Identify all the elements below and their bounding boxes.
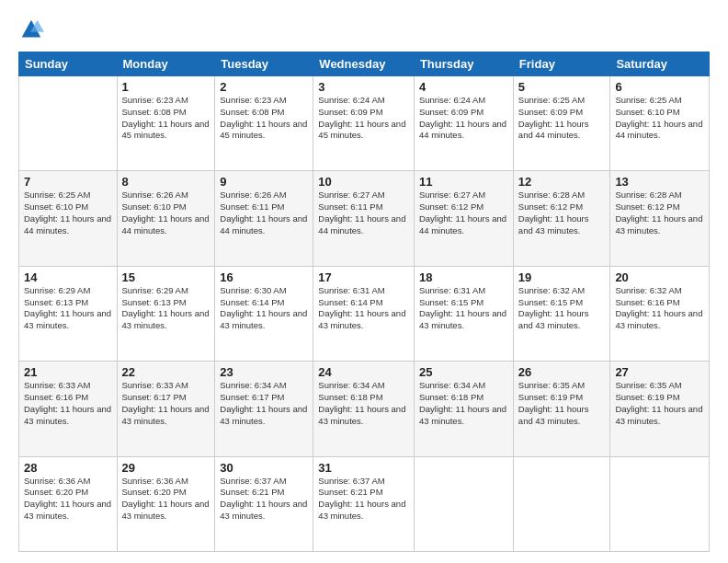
day-info: Sunrise: 6:31 AM Sunset: 6:15 PM Dayligh… [419, 285, 508, 332]
day-info: Sunrise: 6:32 AM Sunset: 6:16 PM Dayligh… [615, 285, 704, 332]
calendar-week-row: 7Sunrise: 6:25 AM Sunset: 6:10 PM Daylig… [19, 171, 710, 266]
calendar-cell [513, 456, 610, 551]
calendar-cell: 31Sunrise: 6:37 AM Sunset: 6:21 PM Dayli… [313, 456, 415, 551]
day-info: Sunrise: 6:32 AM Sunset: 6:15 PM Dayligh… [518, 285, 606, 332]
day-number: 30 [220, 461, 308, 475]
day-number: 3 [318, 80, 409, 94]
day-info: Sunrise: 6:23 AM Sunset: 6:08 PM Dayligh… [220, 95, 308, 142]
day-info: Sunrise: 6:24 AM Sunset: 6:09 PM Dayligh… [419, 95, 508, 142]
day-number: 11 [419, 175, 508, 189]
day-info: Sunrise: 6:33 AM Sunset: 6:16 PM Dayligh… [24, 380, 112, 427]
calendar-cell: 16Sunrise: 6:30 AM Sunset: 6:14 PM Dayli… [215, 266, 313, 361]
day-header-friday: Friday [513, 52, 610, 76]
day-header-monday: Monday [117, 52, 215, 76]
calendar-cell: 14Sunrise: 6:29 AM Sunset: 6:13 PM Dayli… [19, 266, 118, 361]
day-info: Sunrise: 6:34 AM Sunset: 6:18 PM Dayligh… [318, 380, 409, 427]
calendar-cell: 27Sunrise: 6:35 AM Sunset: 6:19 PM Dayli… [610, 362, 710, 456]
calendar-cell: 2Sunrise: 6:23 AM Sunset: 6:08 PM Daylig… [215, 76, 313, 171]
day-number: 26 [518, 365, 606, 379]
day-number: 25 [419, 365, 508, 379]
day-number: 22 [122, 365, 210, 379]
day-number: 15 [122, 270, 210, 284]
calendar-cell: 22Sunrise: 6:33 AM Sunset: 6:17 PM Dayli… [117, 362, 215, 456]
day-number: 8 [122, 175, 210, 189]
day-info: Sunrise: 6:36 AM Sunset: 6:20 PM Dayligh… [24, 476, 112, 523]
day-info: Sunrise: 6:23 AM Sunset: 6:08 PM Dayligh… [122, 95, 210, 142]
day-number: 18 [419, 270, 508, 284]
calendar-cell: 21Sunrise: 6:33 AM Sunset: 6:16 PM Dayli… [19, 362, 118, 456]
day-number: 13 [615, 175, 704, 189]
day-number: 28 [24, 461, 112, 475]
day-number: 29 [122, 461, 210, 475]
day-number: 21 [24, 365, 112, 379]
calendar-cell: 6Sunrise: 6:25 AM Sunset: 6:10 PM Daylig… [610, 76, 710, 171]
page: SundayMondayTuesdayWednesdayThursdayFrid… [0, 0, 728, 563]
calendar-cell: 29Sunrise: 6:36 AM Sunset: 6:20 PM Dayli… [117, 456, 215, 551]
header [18, 17, 710, 42]
day-header-tuesday: Tuesday [215, 52, 313, 76]
day-info: Sunrise: 6:29 AM Sunset: 6:13 PM Dayligh… [24, 285, 112, 332]
day-number: 7 [24, 175, 112, 189]
calendar-cell: 18Sunrise: 6:31 AM Sunset: 6:15 PM Dayli… [414, 266, 513, 361]
day-info: Sunrise: 6:26 AM Sunset: 6:10 PM Dayligh… [122, 190, 210, 236]
calendar-header-row: SundayMondayTuesdayWednesdayThursdayFrid… [19, 52, 710, 76]
day-info: Sunrise: 6:29 AM Sunset: 6:13 PM Dayligh… [122, 285, 210, 332]
logo [18, 17, 46, 42]
day-info: Sunrise: 6:31 AM Sunset: 6:14 PM Dayligh… [318, 285, 409, 332]
calendar-cell: 30Sunrise: 6:37 AM Sunset: 6:21 PM Dayli… [215, 456, 313, 551]
day-info: Sunrise: 6:26 AM Sunset: 6:11 PM Dayligh… [220, 190, 308, 236]
day-number: 10 [318, 175, 409, 189]
calendar-cell: 1Sunrise: 6:23 AM Sunset: 6:08 PM Daylig… [117, 76, 215, 171]
day-number: 6 [615, 80, 704, 94]
day-info: Sunrise: 6:34 AM Sunset: 6:18 PM Dayligh… [419, 380, 508, 427]
calendar-week-row: 1Sunrise: 6:23 AM Sunset: 6:08 PM Daylig… [19, 76, 710, 171]
calendar-cell: 12Sunrise: 6:28 AM Sunset: 6:12 PM Dayli… [513, 171, 610, 266]
day-number: 5 [518, 80, 606, 94]
day-header-saturday: Saturday [610, 52, 710, 76]
calendar-cell: 5Sunrise: 6:25 AM Sunset: 6:09 PM Daylig… [513, 76, 610, 171]
calendar-cell [610, 456, 710, 551]
logo-icon [18, 17, 44, 42]
calendar-cell: 17Sunrise: 6:31 AM Sunset: 6:14 PM Dayli… [313, 266, 415, 361]
calendar-cell: 3Sunrise: 6:24 AM Sunset: 6:09 PM Daylig… [313, 76, 415, 171]
day-number: 20 [615, 270, 704, 284]
calendar-week-row: 21Sunrise: 6:33 AM Sunset: 6:16 PM Dayli… [19, 362, 710, 456]
day-info: Sunrise: 6:36 AM Sunset: 6:20 PM Dayligh… [122, 476, 210, 523]
day-number: 17 [318, 270, 409, 284]
day-info: Sunrise: 6:25 AM Sunset: 6:10 PM Dayligh… [615, 95, 704, 142]
day-info: Sunrise: 6:25 AM Sunset: 6:09 PM Dayligh… [518, 95, 606, 142]
day-info: Sunrise: 6:37 AM Sunset: 6:21 PM Dayligh… [318, 476, 409, 523]
day-info: Sunrise: 6:35 AM Sunset: 6:19 PM Dayligh… [615, 380, 704, 427]
calendar-cell: 24Sunrise: 6:34 AM Sunset: 6:18 PM Dayli… [313, 362, 415, 456]
calendar-cell: 23Sunrise: 6:34 AM Sunset: 6:17 PM Dayli… [215, 362, 313, 456]
day-info: Sunrise: 6:24 AM Sunset: 6:09 PM Dayligh… [318, 95, 409, 142]
day-number: 2 [220, 80, 308, 94]
day-info: Sunrise: 6:37 AM Sunset: 6:21 PM Dayligh… [220, 476, 308, 523]
day-number: 14 [24, 270, 112, 284]
day-header-thursday: Thursday [414, 52, 513, 76]
day-number: 27 [615, 365, 704, 379]
day-header-sunday: Sunday [19, 52, 118, 76]
calendar-cell: 13Sunrise: 6:28 AM Sunset: 6:12 PM Dayli… [610, 171, 710, 266]
day-number: 1 [122, 80, 210, 94]
calendar-cell [414, 456, 513, 551]
calendar-cell: 8Sunrise: 6:26 AM Sunset: 6:10 PM Daylig… [117, 171, 215, 266]
calendar-table: SundayMondayTuesdayWednesdayThursdayFrid… [18, 52, 710, 552]
calendar-cell: 20Sunrise: 6:32 AM Sunset: 6:16 PM Dayli… [610, 266, 710, 361]
day-info: Sunrise: 6:34 AM Sunset: 6:17 PM Dayligh… [220, 380, 308, 427]
day-number: 4 [419, 80, 508, 94]
day-info: Sunrise: 6:27 AM Sunset: 6:11 PM Dayligh… [318, 190, 409, 236]
day-info: Sunrise: 6:27 AM Sunset: 6:12 PM Dayligh… [419, 190, 508, 236]
day-number: 19 [518, 270, 606, 284]
day-info: Sunrise: 6:30 AM Sunset: 6:14 PM Dayligh… [220, 285, 308, 332]
day-number: 23 [220, 365, 308, 379]
day-number: 9 [220, 175, 308, 189]
calendar-cell: 19Sunrise: 6:32 AM Sunset: 6:15 PM Dayli… [513, 266, 610, 361]
day-number: 31 [318, 461, 409, 475]
day-number: 12 [518, 175, 606, 189]
day-number: 24 [318, 365, 409, 379]
calendar-cell: 10Sunrise: 6:27 AM Sunset: 6:11 PM Dayli… [313, 171, 415, 266]
day-info: Sunrise: 6:28 AM Sunset: 6:12 PM Dayligh… [615, 190, 704, 236]
calendar-cell [19, 76, 118, 171]
calendar-week-row: 28Sunrise: 6:36 AM Sunset: 6:20 PM Dayli… [19, 456, 710, 551]
